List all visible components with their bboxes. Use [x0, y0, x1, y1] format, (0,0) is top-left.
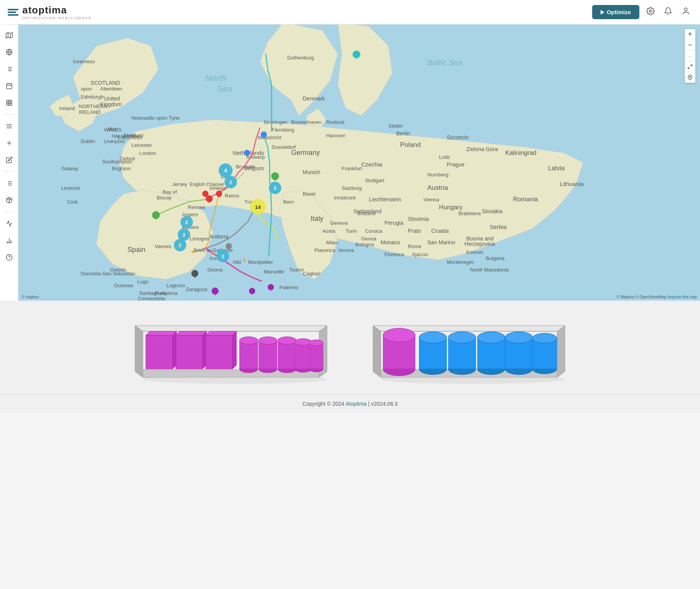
svg-text:2: 2	[179, 243, 182, 248]
svg-rect-231	[206, 335, 233, 369]
improve-map-link[interactable]: Improve this map	[667, 295, 697, 299]
sidebar-add-icon[interactable]	[2, 136, 16, 150]
svg-text:Hanover: Hanover	[326, 133, 345, 138]
svg-text:Cork: Cork	[67, 199, 78, 205]
svg-text:Sheffield: Sheffield	[124, 133, 143, 138]
svg-text:Monaco: Monaco	[381, 239, 400, 245]
svg-marker-233	[233, 331, 236, 369]
sidebar-edit-icon[interactable]	[2, 153, 16, 167]
svg-text:Turin: Turin	[345, 228, 357, 234]
svg-text:+: +	[243, 256, 246, 263]
svg-rect-225	[146, 335, 173, 369]
sidebar-globe-icon[interactable]	[2, 45, 16, 59]
sidebar-divider-1	[3, 114, 15, 115]
map-container[interactable]: SCOTLAND NORTHERN IRELAND Ireland United…	[18, 25, 700, 301]
svg-text:North: North	[205, 73, 226, 83]
svg-text:San Marino: San Marino	[428, 239, 456, 245]
svg-text:Dusseldorf: Dusseldorf	[272, 144, 296, 150]
sidebar-calendar-icon[interactable]	[2, 79, 16, 93]
svg-text:2: 2	[183, 232, 185, 238]
svg-text:Poland: Poland	[400, 141, 421, 148]
zoom-reset-button[interactable]: ·	[685, 51, 695, 61]
sidebar-table-icon[interactable]	[2, 96, 16, 110]
svg-text:Toulon: Toulon	[289, 267, 304, 273]
svg-rect-17	[7, 100, 12, 105]
play-icon	[601, 10, 604, 15]
map-attribution: © Mapbox © OpenStreetMap Improve this ma…	[617, 295, 697, 299]
svg-text:Marseille: Marseille	[264, 269, 284, 275]
svg-text:Rostock: Rostock	[326, 119, 345, 125]
user-button[interactable]	[679, 5, 692, 20]
svg-text:Piacenza: Piacenza	[314, 247, 335, 253]
logo-name: atoptima	[22, 4, 92, 16]
settings-button[interactable]	[644, 5, 657, 20]
zoom-fullscreen-button[interactable]	[685, 61, 695, 72]
svg-text:Gothenburg: Gothenburg	[287, 55, 314, 61]
svg-text:Florence: Florence	[385, 252, 404, 257]
svg-marker-2	[6, 33, 12, 38]
svg-point-1	[684, 8, 687, 10]
svg-rect-244	[295, 342, 312, 369]
svg-point-245	[295, 339, 312, 346]
svg-text:2: 2	[274, 186, 276, 191]
svg-rect-238	[259, 341, 277, 369]
svg-text:Spain: Spain	[127, 245, 145, 253]
svg-text:Bulgaria: Bulgaria	[486, 255, 505, 261]
svg-point-248	[309, 340, 323, 346]
svg-text:IRELAND: IRELAND	[79, 109, 101, 115]
svg-text:Baltic Sea: Baltic Sea	[428, 58, 462, 67]
svg-text:Sea: Sea	[217, 84, 233, 94]
svg-text:Salzburg: Salzburg	[342, 185, 362, 191]
sidebar-menu-icon[interactable]	[2, 119, 16, 133]
sidebar-analytics-icon[interactable]	[2, 217, 16, 230]
svg-point-0	[649, 10, 652, 12]
svg-line-33	[8, 198, 10, 199]
svg-text:Logrono: Logrono	[167, 283, 185, 288]
svg-text:Genoa: Genoa	[361, 236, 376, 242]
main-layout: SCOTLAND NORTHERN IRELAND Ireland United…	[0, 25, 700, 301]
svg-text:Montenegro: Montenegro	[447, 259, 474, 265]
svg-text:Italy: Italy	[310, 214, 324, 222]
svg-text:Bratislava: Bratislava	[459, 211, 481, 216]
sidebar-map-icon[interactable]	[2, 28, 16, 42]
svg-text:Aosta: Aosta	[322, 228, 335, 234]
svg-text:Lithuania: Lithuania	[560, 181, 584, 187]
sidebar-divider-2	[3, 171, 15, 172]
svg-text:SCOTLAND: SCOTLAND	[91, 80, 120, 86]
svg-text:Vienna: Vienna	[423, 197, 439, 202]
svg-point-249	[143, 375, 327, 384]
svg-text:Andorra: Andorra	[209, 234, 229, 240]
zoom-in-button[interactable]: +	[685, 29, 695, 40]
sidebar-package-icon[interactable]	[2, 193, 16, 207]
svg-marker-229	[176, 331, 206, 335]
box-visualization-2	[365, 308, 573, 387]
svg-text:+: +	[191, 248, 195, 255]
svg-text:Berlin: Berlin	[396, 130, 410, 137]
company-link[interactable]: Atoptima	[345, 401, 367, 407]
bell-button[interactable]	[662, 5, 675, 20]
zoom-out-button[interactable]: −	[685, 40, 695, 51]
sidebar-bar-icon[interactable]	[2, 234, 16, 247]
svg-text:Frankfurt: Frankfurt	[342, 166, 362, 171]
sidebar	[0, 25, 18, 301]
svg-point-257	[383, 328, 415, 342]
svg-point-219	[689, 76, 691, 78]
svg-rect-241	[278, 341, 296, 369]
mapbox-logo: © mapbox	[21, 295, 39, 299]
optimize-button[interactable]: Optimize	[592, 5, 639, 19]
sidebar-list2-icon[interactable]	[2, 176, 16, 190]
svg-text:North Macedonia: North Macedonia	[470, 267, 509, 273]
zoom-pin-button[interactable]	[685, 72, 695, 83]
box-svg-2	[365, 308, 573, 385]
svg-text:Groningen: Groningen	[264, 119, 287, 125]
svg-text:Nurnberg: Nurnberg	[428, 172, 449, 178]
svg-text:Slovakia: Slovakia	[482, 208, 503, 214]
svg-point-236	[239, 337, 258, 344]
sidebar-help-icon[interactable]	[2, 250, 16, 264]
svg-text:Innsbruck: Innsbruck	[334, 195, 356, 201]
svg-text:Galway: Galway	[61, 166, 78, 171]
svg-text:Girona: Girona	[207, 267, 223, 273]
svg-text:Herzegovina: Herzegovina	[464, 241, 495, 247]
sidebar-list-icon[interactable]	[2, 62, 16, 76]
svg-text:Corsica: Corsica	[365, 228, 382, 234]
